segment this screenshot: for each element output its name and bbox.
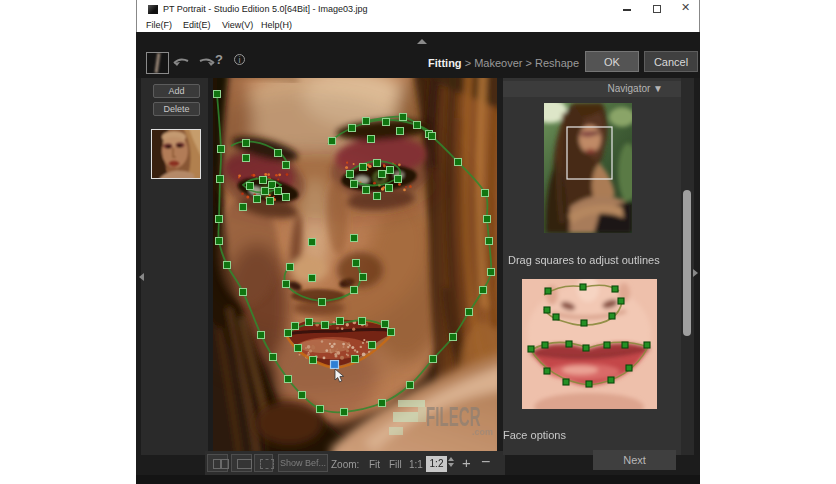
svg-text:.com: .com bbox=[472, 427, 493, 437]
